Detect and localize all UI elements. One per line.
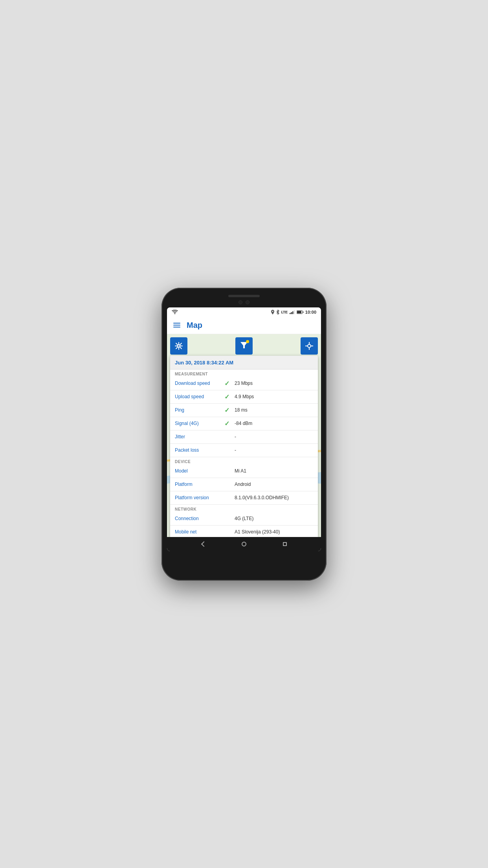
device-section-header: DEVICE	[170, 457, 318, 465]
connection-value: 4G (LTE)	[235, 516, 313, 521]
svg-point-0	[174, 313, 175, 314]
signal-icon	[290, 310, 295, 314]
status-right: LTE 10:00	[271, 310, 316, 314]
platform-value: Android	[235, 482, 313, 487]
lte-badge: LTE	[281, 310, 288, 314]
svg-line-66	[180, 343, 182, 345]
ping-check: ✓	[224, 406, 232, 414]
settings-icon	[174, 342, 183, 350]
location-icon	[271, 310, 275, 314]
popup-timestamp: Jun 30, 2018 8:34:22 AM	[175, 360, 233, 366]
svg-line-65	[180, 347, 182, 349]
connection-row: Connection ✓ 4G (LTE)	[170, 512, 318, 526]
back-icon	[201, 541, 207, 546]
download-speed-value: 23 Mbps	[235, 381, 313, 386]
hamburger-line-1	[173, 323, 180, 324]
network-section-header: NETWORK	[170, 505, 318, 512]
svg-rect-8	[297, 311, 301, 313]
svg-rect-4	[292, 311, 294, 314]
svg-point-68	[178, 345, 180, 347]
svg-line-64	[176, 343, 178, 345]
svg-point-70	[308, 344, 311, 348]
svg-point-1	[272, 311, 273, 312]
svg-line-67	[176, 347, 178, 349]
download-speed-check: ✓	[224, 380, 232, 387]
signal-value: -84 dBm	[235, 421, 313, 426]
signal-check: ✓	[224, 420, 232, 427]
bluetooth-icon	[276, 310, 279, 314]
status-bar: LTE 10:00	[167, 307, 321, 317]
nav-recents-button[interactable]	[280, 539, 290, 549]
upload-speed-label: Upload speed	[175, 394, 222, 399]
jitter-row: Jitter ✓ -	[170, 430, 318, 444]
svg-rect-7	[303, 311, 303, 313]
measurement-section-header: MEASUREMENT	[170, 370, 318, 377]
battery-icon	[297, 310, 304, 314]
signal-label: Signal (4G)	[175, 421, 222, 426]
front-sensor	[246, 300, 250, 304]
home-icon	[242, 542, 246, 546]
upload-speed-check: ✓	[224, 393, 232, 401]
crosshair-icon	[305, 342, 314, 350]
platform-version-row: Platform version ✓ 8.1.0(V9.6.3.0.ODHMIF…	[170, 491, 318, 505]
ping-label: Ping	[175, 407, 222, 413]
mobile-net-row: Mobile net ✓ A1 Slovenija (293-40)	[170, 526, 318, 537]
wifi-icon	[172, 310, 178, 314]
navigation-bar	[167, 537, 321, 551]
platform-version-value: 8.1.0(V9.6.3.0.ODHMIFE)	[235, 495, 313, 500]
hamburger-menu[interactable]	[173, 323, 180, 327]
platform-label: Platform	[175, 482, 222, 487]
phone-device: LTE 10:00	[161, 288, 327, 581]
platform-version-label: Platform version	[175, 495, 222, 500]
mobile-net-value: A1 Slovenija (293-40)	[235, 529, 313, 535]
status-left	[172, 310, 178, 314]
hamburger-line-2	[173, 325, 180, 326]
app-bar: Map	[167, 317, 321, 334]
download-speed-label: Download speed	[175, 381, 222, 386]
recents-icon	[283, 542, 287, 546]
nav-home-button[interactable]	[239, 539, 249, 549]
download-speed-row: Download speed ✓ 23 Mbps	[170, 377, 318, 390]
measurement-popup: Jun 30, 2018 8:34:22 AM MEASUREMENT Down…	[170, 356, 318, 537]
filter-active-dot	[246, 340, 249, 343]
phone-camera-row	[167, 300, 321, 304]
front-camera	[238, 300, 242, 304]
page-title: Map	[187, 321, 202, 330]
connection-label: Connection	[175, 516, 222, 521]
packet-loss-label: Packet loss	[175, 447, 222, 453]
status-time: 10:00	[305, 310, 316, 314]
model-label: Model	[175, 468, 222, 474]
packet-loss-row: Packet loss ✓ -	[170, 444, 318, 457]
packet-loss-value: -	[235, 447, 313, 453]
svg-rect-3	[291, 312, 292, 314]
phone-speaker	[228, 295, 260, 297]
filter-button[interactable]	[235, 337, 253, 355]
popup-body: MEASUREMENT Download speed ✓ 23 Mbps Upl…	[170, 370, 318, 537]
settings-button[interactable]	[170, 337, 187, 355]
ping-row: Ping ✓ 18 ms	[170, 404, 318, 417]
jitter-label: Jitter	[175, 434, 222, 440]
upload-speed-value: 4.9 Mbps	[235, 394, 313, 399]
model-row: Model ✓ Mi A1	[170, 465, 318, 478]
phone-screen: LTE 10:00	[167, 307, 321, 551]
location-button[interactable]	[301, 337, 318, 355]
model-value: Mi A1	[235, 468, 313, 474]
popup-header: Jun 30, 2018 8:34:22 AM	[170, 356, 318, 370]
map-view[interactable]: Drava E59 435 H2	[167, 334, 321, 537]
signal-row: Signal (4G) ✓ -84 dBm	[170, 417, 318, 430]
svg-rect-5	[294, 310, 295, 314]
upload-speed-row: Upload speed ✓ 4.9 Mbps	[170, 390, 318, 404]
svg-rect-2	[290, 313, 291, 314]
hamburger-line-3	[173, 327, 180, 327]
platform-row: Platform ✓ Android	[170, 478, 318, 491]
ping-value: 18 ms	[235, 407, 313, 413]
nav-back-button[interactable]	[198, 539, 208, 549]
mobile-net-label: Mobile net	[175, 529, 222, 535]
jitter-value: -	[235, 434, 313, 440]
